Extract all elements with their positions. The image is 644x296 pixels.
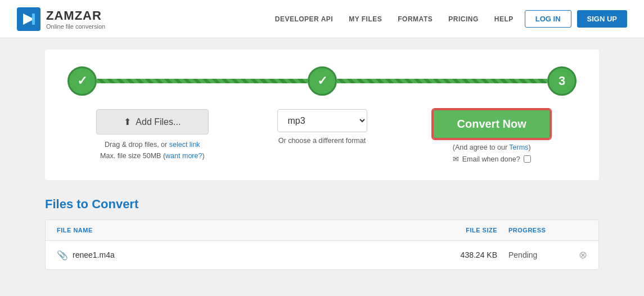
step-2-control: mp3 mp4 wav aac ogg Or choose a differen… — [237, 109, 407, 145]
add-files-subtitle: Drag & drop files, or select link Max. f… — [100, 139, 205, 162]
files-section: Files to Convert FILE NAME FILE SIZE PRO… — [45, 197, 599, 270]
converter-card: ✓ ✓ 3 ⬆ Add Files... Drag & drop files, … — [45, 50, 599, 180]
email-label: Email when done? — [462, 155, 520, 163]
step-line-1 — [97, 79, 308, 83]
main-content: ✓ ✓ 3 ⬆ Add Files... Drag & drop files, … — [0, 38, 644, 281]
format-select[interactable]: mp3 mp4 wav aac ogg — [277, 109, 367, 132]
file-name-cell: 📎 renee1.m4a — [57, 250, 430, 261]
step-3-control: Convert Now (And agree to our Terms) ✉ E… — [407, 109, 577, 163]
terms-link[interactable]: Terms — [509, 143, 528, 151]
file-progress-text: Pending — [508, 250, 537, 259]
logo-area: ZAMZAR Online file conversion — [17, 7, 105, 31]
select-link[interactable]: select link — [169, 141, 200, 149]
header: ZAMZAR Online file conversion DEVELOPER … — [0, 0, 644, 38]
attachment-icon: 📎 — [57, 250, 68, 261]
table-row: 📎 renee1.m4a 438.24 KB Pending ⊗ — [46, 241, 598, 270]
add-files-button[interactable]: ⬆ Add Files... — [96, 109, 209, 134]
section-title: Files to Convert — [45, 197, 599, 212]
table-header: FILE NAME FILE SIZE PROGRESS — [46, 220, 598, 241]
section-title-plain: Files to — [45, 197, 92, 211]
nav-my-files[interactable]: MY FILES — [349, 15, 382, 23]
want-more-link[interactable]: want more? — [165, 152, 202, 160]
add-files-label: Add Files... — [136, 117, 181, 127]
nav-pricing[interactable]: PRICING — [448, 15, 479, 23]
col-filesize-header: FILE SIZE — [430, 227, 497, 234]
file-name: renee1.m4a — [73, 250, 115, 259]
step-1-check: ✓ — [77, 74, 87, 88]
col-progress-header: PROGRESS — [497, 227, 587, 234]
file-progress-cell: Pending ⊗ — [497, 249, 587, 261]
email-row: ✉ Email when done? — [453, 155, 531, 163]
convert-subtitle: (And agree to our Terms) — [453, 143, 531, 151]
step-3-label: 3 — [559, 74, 565, 88]
signup-button[interactable]: SIGN UP — [577, 10, 627, 28]
want-more-close: ) — [202, 152, 204, 160]
logo-text: ZAMZAR Online file conversion — [46, 8, 105, 30]
main-nav: DEVELOPER API MY FILES FORMATS PRICING H… — [275, 15, 514, 23]
col-filename-header: FILE NAME — [57, 227, 430, 234]
nav-help[interactable]: HELP — [494, 15, 514, 23]
step-2-check: ✓ — [317, 74, 327, 88]
step-line-2 — [337, 79, 548, 83]
step-1-control: ⬆ Add Files... Drag & drop files, or sel… — [67, 109, 237, 162]
section-title-accent: Convert — [92, 197, 138, 211]
files-table: FILE NAME FILE SIZE PROGRESS 📎 renee1.m4… — [45, 219, 599, 270]
steps-row: ✓ ✓ 3 — [67, 66, 577, 96]
logo-sub: Online file conversion — [46, 23, 105, 30]
step-1-circle: ✓ — [67, 66, 97, 96]
format-label: Or choose a different format — [278, 137, 366, 145]
max-file-text: Max. file size 50MB ( — [100, 152, 165, 160]
convert-now-button[interactable]: Convert Now — [433, 109, 551, 139]
agree-close: ) — [528, 143, 530, 151]
email-checkbox[interactable] — [524, 155, 531, 163]
svg-rect-1 — [32, 14, 35, 25]
nav-developer-api[interactable]: DEVELOPER API — [275, 15, 333, 23]
email-icon: ✉ — [453, 155, 459, 163]
logo-icon — [17, 7, 40, 31]
login-button[interactable]: LOG IN — [525, 10, 571, 28]
step-2-circle: ✓ — [308, 66, 337, 96]
header-buttons: LOG IN SIGN UP — [525, 10, 627, 28]
logo-name: ZAMZAR — [46, 8, 105, 23]
step-3-circle: 3 — [547, 66, 577, 96]
drag-drop-text: Drag & drop files, or — [105, 141, 169, 149]
agree-text: (And agree to our — [453, 143, 510, 151]
format-subtitle: Or choose a different format — [278, 137, 366, 145]
remove-file-button[interactable]: ⊗ — [579, 249, 587, 261]
file-size-cell: 438.24 KB — [430, 250, 497, 259]
controls-row: ⬆ Add Files... Drag & drop files, or sel… — [67, 109, 577, 163]
upload-icon: ⬆ — [124, 116, 131, 127]
nav-formats[interactable]: FORMATS — [398, 15, 433, 23]
